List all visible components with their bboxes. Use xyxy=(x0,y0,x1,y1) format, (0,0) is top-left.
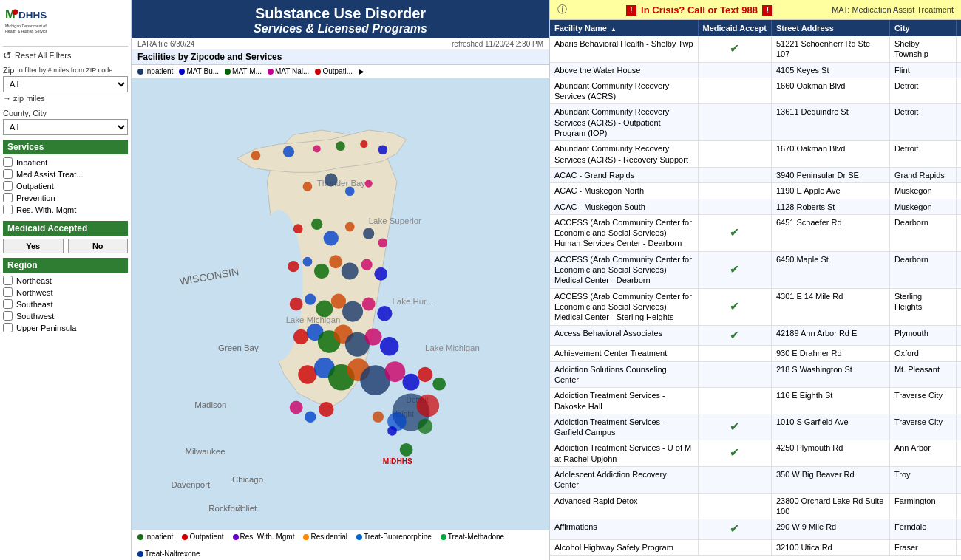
facility-name-cell: Above the Water House xyxy=(550,62,698,78)
zip-cell: 48126 xyxy=(956,214,961,251)
region-checkbox-item-3[interactable]: Southwest xyxy=(3,311,128,321)
facility-name-cell: Adolescent Addiction Recovery Center xyxy=(550,467,698,494)
refresh-info: refreshed 11/20/24 2:30 PM xyxy=(452,40,543,48)
region-checkbox-0[interactable] xyxy=(3,276,13,285)
service-checkbox-4[interactable] xyxy=(3,205,13,214)
svg-point-46 xyxy=(342,262,359,279)
county-select[interactable]: All xyxy=(3,119,128,135)
table-row[interactable]: Above the Water House4105 Keyes StFlint4… xyxy=(550,62,961,78)
region-checkbox-item-0[interactable]: Northeast xyxy=(3,276,128,285)
legend-bottom-label-3: Residential xyxy=(310,533,347,541)
service-checkbox-item-2[interactable]: Outpatient xyxy=(3,181,128,191)
sort-arrow-icon: ▲ xyxy=(611,26,617,33)
service-checkbox-item-4[interactable]: Res. With. Mgmt xyxy=(3,205,128,214)
map-meta: LARA file 6/30/24 refreshed 11/20/24 2:3… xyxy=(132,38,549,49)
table-row[interactable]: Abundant Community Recovery Services (AC… xyxy=(550,104,961,141)
table-row[interactable]: Addiction Treatment Services - Dakoske H… xyxy=(550,388,961,414)
table-header-row: Facility Name ▲ Medicaid Accept Street A… xyxy=(550,20,961,36)
medicaid-cell xyxy=(698,346,771,361)
table-row[interactable]: ACCESS (Arab Community Center for Econom… xyxy=(550,251,961,288)
mat-label: MAT: Medication Assist Treatment xyxy=(832,5,954,14)
county-label: County, City xyxy=(3,109,47,117)
region-checkbox-1[interactable] xyxy=(3,287,13,297)
svg-text:Lake Hur...: Lake Hur... xyxy=(393,297,433,306)
legend-bottom-label-6: Treat-Naltrexone xyxy=(145,550,200,558)
svg-point-54 xyxy=(362,298,376,311)
legend-chevron-icon[interactable]: ▶ xyxy=(359,67,364,75)
svg-text:Madison: Madison xyxy=(194,400,226,409)
legend-bottom-dot-2 xyxy=(233,534,239,540)
col-facility-name[interactable]: Facility Name ▲ xyxy=(550,20,698,36)
table-row[interactable]: ACCESS (Arab Community Center for Econom… xyxy=(550,288,961,325)
table-row[interactable]: Addiction Treatment Services - Garfield … xyxy=(550,414,961,440)
table-row[interactable]: Affirmations✔290 W 9 Mile RdFerndale4822… xyxy=(550,519,961,540)
medicaid-no-button[interactable]: No xyxy=(68,239,129,253)
table-row[interactable]: Addiction Treatment Services - U of M at… xyxy=(550,440,961,467)
facility-name-cell: Addiction Treatment Services - Dakoske H… xyxy=(550,388,698,414)
city-cell: Muskegon xyxy=(889,183,956,199)
facilities-table: Facility Name ▲ Medicaid Accept Street A… xyxy=(550,20,961,556)
service-checkbox-2[interactable] xyxy=(3,181,13,191)
svg-text:Lake Michigan: Lake Michigan xyxy=(286,315,341,324)
table-row[interactable]: Adolescent Addiction Recovery Center350 … xyxy=(550,467,961,494)
table-row[interactable]: Achievement Center Treatment930 E Drahne… xyxy=(550,346,961,361)
legend-bottom-dot-3 xyxy=(303,534,309,540)
address-cell: 1670 Oakman Blvd xyxy=(771,141,889,168)
map-legend-bottom: InpatientOutpatientRes. With. MgmtReside… xyxy=(132,530,549,560)
facility-name-cell: Achievement Center Treatment xyxy=(550,346,698,361)
col-street-address[interactable]: Street Address xyxy=(771,20,889,36)
service-checkbox-item-0[interactable]: Inpatient xyxy=(3,157,128,167)
svg-point-42 xyxy=(288,261,299,272)
facilities-table-wrapper[interactable]: Facility Name ▲ Medicaid Accept Street A… xyxy=(550,20,961,560)
table-row[interactable]: Alcohol Highway Safety Program32100 Utic… xyxy=(550,539,961,555)
region-checkbox-item-1[interactable]: Northwest xyxy=(3,287,128,297)
service-checkbox-item-3[interactable]: Prevention xyxy=(3,193,128,202)
service-checkbox-3[interactable] xyxy=(3,193,13,202)
region-checkbox-2[interactable] xyxy=(3,299,13,309)
zip-miles-label: → zip miles xyxy=(3,94,45,103)
service-checkbox-item-1[interactable]: Med Assist Treat... xyxy=(3,169,128,179)
service-checkbox-1[interactable] xyxy=(3,169,13,179)
table-row[interactable]: Abundant Community Recovery Services (AC… xyxy=(550,141,961,168)
medicaid-cell: ✔ xyxy=(698,440,771,467)
table-row[interactable]: ACAC - Muskegon North1190 E Apple AveMus… xyxy=(550,183,961,199)
col-city[interactable]: City xyxy=(889,20,956,36)
legend-label-3: MAT-Nal... xyxy=(275,67,309,75)
medicaid-check-icon: ✔ xyxy=(730,329,739,341)
svg-point-34 xyxy=(345,186,355,196)
table-row[interactable]: Addiction Solutions Counseling Center218… xyxy=(550,361,961,388)
facility-name-cell: Abaris Behavioral Health - Shelby Twp xyxy=(550,36,698,62)
map-title: Facilities by Zipcode and Services xyxy=(132,49,549,65)
region-label-2: Southeast xyxy=(16,300,53,309)
region-checkbox-item-2[interactable]: Southeast xyxy=(3,299,128,309)
map-container[interactable]: WISCONSIN Thunder Bay Lake Superior Lake… xyxy=(132,78,549,530)
col-zip[interactable]: Zip xyxy=(956,20,961,36)
svg-point-31 xyxy=(378,145,387,154)
table-row[interactable]: Advanced Rapid Detox23800 Orchard Lake R… xyxy=(550,493,961,519)
zip-select[interactable]: All xyxy=(3,76,128,92)
region-checkbox-item-4[interactable]: Upper Peninsula xyxy=(3,323,128,332)
region-checkbox-4[interactable] xyxy=(3,323,13,332)
facility-name-cell: Affirmations xyxy=(550,519,698,540)
crisis-exclamation-left: ! xyxy=(626,5,636,16)
table-row[interactable]: Access Behavioral Associates✔42189 Ann A… xyxy=(550,325,961,346)
table-row[interactable]: Abaris Behavioral Health - Shelby Twp✔51… xyxy=(550,36,961,62)
col-medicaid-accept[interactable]: Medicaid Accept xyxy=(698,20,771,36)
table-row[interactable]: Abundant Community Recovery Services (AC… xyxy=(550,78,961,104)
table-row[interactable]: ACAC - Muskegon South1128 Roberts StMusk… xyxy=(550,199,961,214)
medicaid-check-icon: ✔ xyxy=(730,42,739,55)
reset-filters-button[interactable]: ↺ Reset All Filters xyxy=(3,49,128,61)
table-row[interactable]: ACCESS (Arab Community Center for Econom… xyxy=(550,214,961,251)
legend-bottom-item-4: Treat-Buprenorphine xyxy=(356,533,432,541)
services-header: Services xyxy=(3,140,128,154)
service-checkbox-0[interactable] xyxy=(3,157,13,167)
table-row[interactable]: ACAC - Grand Rapids3940 Peninsular Dr SE… xyxy=(550,167,961,182)
address-cell: 930 E Drahner Rd xyxy=(771,346,889,361)
app-title-line1: Substance Use Disorder xyxy=(132,4,549,22)
city-cell: Detroit xyxy=(889,141,956,168)
region-checkbox-3[interactable] xyxy=(3,311,13,321)
region-label-4: Upper Peninsula xyxy=(16,324,76,332)
address-cell: 1010 S Garfield Ave xyxy=(771,414,889,440)
medicaid-yes-button[interactable]: Yes xyxy=(3,239,64,253)
zip-cell: 48315 xyxy=(956,36,961,62)
